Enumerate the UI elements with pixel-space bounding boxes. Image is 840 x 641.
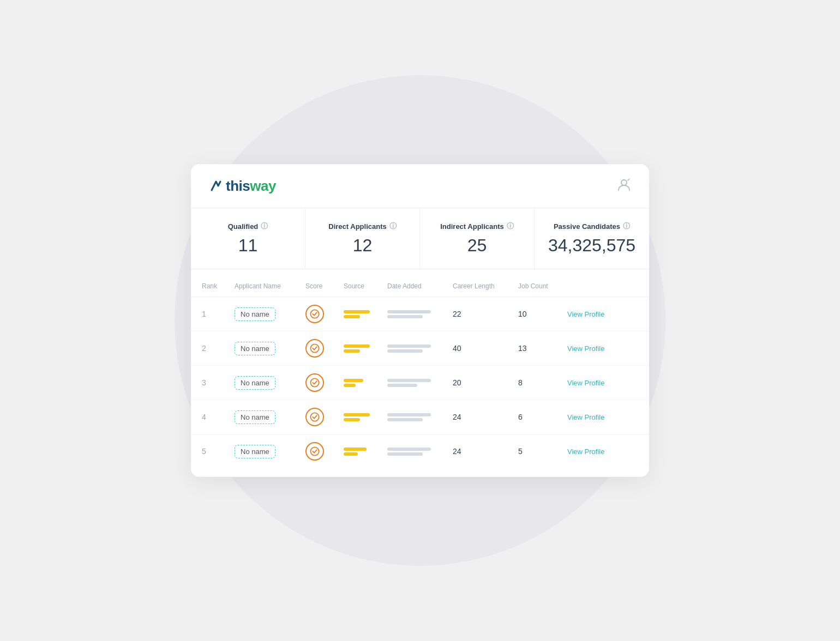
name-badge-4: No name (235, 410, 305, 424)
info-icon-qualified: ⓘ (261, 221, 268, 231)
source-1 (344, 310, 387, 318)
date-3 (387, 379, 453, 387)
career-2: 40 (453, 344, 518, 353)
stat-qualified-value: 11 (202, 235, 294, 256)
rank-2: 2 (202, 344, 235, 353)
svg-point-5 (310, 413, 319, 421)
logo: thisway (208, 178, 276, 195)
stat-passive-value: 34,325,575 (545, 235, 638, 256)
stat-direct: Direct Applicants ⓘ 12 (305, 208, 420, 269)
info-icon-passive: ⓘ (623, 221, 630, 231)
col-name: Applicant Name (235, 282, 305, 290)
view-profile-3[interactable]: View Profile (567, 379, 604, 387)
col-career: Career Length (453, 282, 518, 290)
name-badge-3: No name (235, 376, 305, 390)
svg-point-2 (310, 310, 319, 318)
table-section: Rank Applicant Name Score Source Date Ad… (191, 269, 649, 477)
main-card: thisway Qualified ⓘ 11 Direct Applicants… (191, 164, 649, 477)
logo-this: this (226, 178, 250, 194)
career-3: 20 (453, 378, 518, 387)
svg-point-3 (310, 344, 319, 352)
score-2 (305, 339, 344, 358)
stat-passive-label: Passive Candidates ⓘ (545, 221, 638, 231)
name-badge-1: No name (235, 307, 305, 321)
svg-line-1 (628, 179, 629, 180)
rank-4: 4 (202, 413, 235, 421)
logo-icon (208, 178, 224, 193)
table-row: 2 No name 40 13 View Profile (191, 331, 649, 366)
logo-way: way (250, 178, 276, 194)
score-3 (305, 373, 344, 392)
user-icon[interactable] (616, 177, 632, 195)
jobs-1: 10 (518, 310, 567, 318)
svg-point-0 (621, 180, 627, 185)
stat-indirect-label: Indirect Applicants ⓘ (431, 221, 523, 231)
logo-text: thisway (226, 178, 276, 195)
col-source: Source (344, 282, 387, 290)
date-1 (387, 310, 453, 318)
jobs-3: 8 (518, 378, 567, 387)
col-rank: Rank (202, 282, 235, 290)
stat-indirect: Indirect Applicants ⓘ 25 (420, 208, 535, 269)
col-action (567, 282, 627, 290)
score-5 (305, 442, 344, 461)
score-1 (305, 305, 344, 323)
info-icon-direct: ⓘ (389, 221, 397, 231)
table-row: 5 No name 24 5 View Profile (191, 434, 649, 468)
table-header: Rank Applicant Name Score Source Date Ad… (191, 278, 649, 297)
stat-qualified-label: Qualified ⓘ (202, 221, 294, 231)
rank-3: 3 (202, 378, 235, 387)
date-4 (387, 413, 453, 421)
view-profile-5[interactable]: View Profile (567, 448, 604, 456)
source-2 (344, 344, 387, 353)
col-jobs: Job Count (518, 282, 567, 290)
date-5 (387, 448, 453, 456)
career-1: 22 (453, 310, 518, 318)
career-5: 24 (453, 447, 518, 456)
jobs-5: 5 (518, 447, 567, 456)
source-4 (344, 413, 387, 421)
score-4 (305, 408, 344, 426)
table-row: 1 No name 22 10 View Profile (191, 297, 649, 331)
view-profile-2[interactable]: View Profile (567, 344, 604, 353)
rank-1: 1 (202, 310, 235, 318)
view-profile-1[interactable]: View Profile (567, 310, 604, 318)
svg-point-6 (310, 447, 319, 455)
table-row: 4 No name 24 6 View Profile (191, 400, 649, 434)
name-badge-5: No name (235, 445, 305, 458)
header: thisway (191, 164, 649, 208)
table-row: 3 No name 20 8 View Profile (191, 366, 649, 400)
name-badge-2: No name (235, 342, 305, 355)
stat-indirect-value: 25 (431, 235, 523, 256)
col-score: Score (305, 282, 344, 290)
info-icon-indirect: ⓘ (507, 221, 514, 231)
col-date: Date Added (387, 282, 453, 290)
stat-direct-value: 12 (316, 235, 409, 256)
stat-passive: Passive Candidates ⓘ 34,325,575 (535, 208, 649, 269)
date-2 (387, 344, 453, 353)
source-5 (344, 448, 387, 456)
svg-point-4 (310, 378, 319, 386)
jobs-2: 13 (518, 344, 567, 353)
jobs-4: 6 (518, 413, 567, 421)
source-3 (344, 379, 387, 387)
stats-row: Qualified ⓘ 11 Direct Applicants ⓘ 12 In… (191, 208, 649, 269)
stat-qualified: Qualified ⓘ 11 (191, 208, 305, 269)
view-profile-4[interactable]: View Profile (567, 413, 604, 421)
stat-direct-label: Direct Applicants ⓘ (316, 221, 409, 231)
career-4: 24 (453, 413, 518, 421)
rank-5: 5 (202, 447, 235, 456)
